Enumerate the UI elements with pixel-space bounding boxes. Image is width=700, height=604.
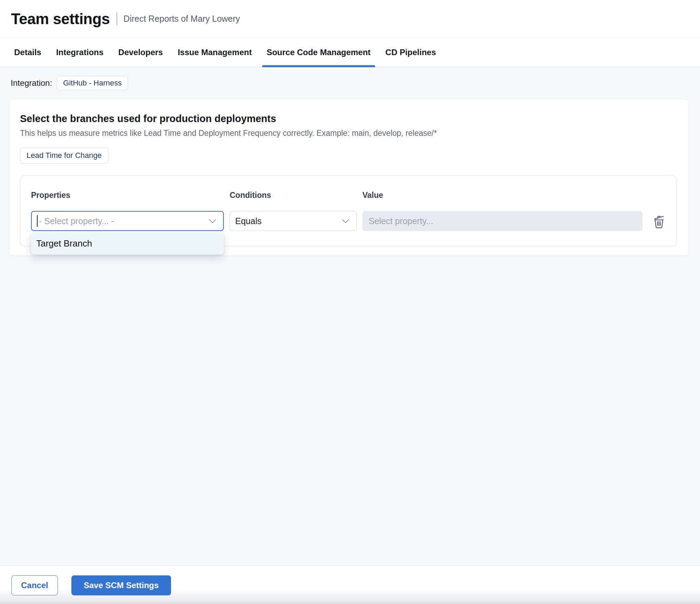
property-select[interactable]: - Select property... -: [31, 211, 224, 231]
page-title: Team settings: [11, 10, 110, 28]
properties-label: Properties: [31, 191, 224, 200]
page-header: Team settings Direct Reports of Mary Low…: [0, 0, 700, 38]
delete-rule-button[interactable]: [651, 213, 667, 230]
cancel-button[interactable]: Cancel: [11, 575, 58, 595]
integration-row: Integration: GitHub - Harness: [11, 76, 128, 90]
tab-developers[interactable]: Developers: [114, 38, 167, 67]
save-scm-settings-button[interactable]: Save SCM Settings: [71, 575, 171, 595]
tab-bar: Details Integrations Developers Issue Ma…: [0, 38, 700, 67]
dropdown-option-target-branch[interactable]: Target Branch: [31, 232, 224, 254]
team-settings-page: Team settings Direct Reports of Mary Low…: [0, 0, 700, 604]
title-divider: [117, 13, 117, 25]
tab-integrations[interactable]: Integrations: [52, 38, 108, 67]
value-input[interactable]: [362, 211, 642, 231]
condition-select-value: Equals: [235, 216, 261, 226]
text-cursor: [37, 215, 38, 227]
chevron-down-icon: [342, 219, 349, 223]
chevron-down-icon: [209, 219, 216, 223]
branch-rule-box: Properties - Select property... - Target…: [20, 175, 677, 246]
conditions-column: Conditions Equals: [230, 191, 357, 231]
conditions-label: Conditions: [230, 191, 357, 200]
integration-chip[interactable]: GitHub - Harness: [57, 76, 128, 90]
card-description: This helps us measure metrics like Lead …: [20, 129, 678, 138]
properties-column: Properties - Select property... - Target…: [31, 191, 224, 231]
tab-issue-management[interactable]: Issue Management: [173, 38, 256, 67]
scm-settings-card: Select the branches used for production …: [9, 99, 689, 256]
footer-bar: Cancel Save SCM Settings: [0, 565, 700, 604]
property-dropdown: Target Branch: [31, 232, 224, 254]
integration-label: Integration:: [11, 78, 52, 88]
page-subtitle: Direct Reports of Mary Lowery: [123, 14, 240, 24]
value-column: Value: [362, 191, 642, 231]
lead-time-chip[interactable]: Lead Time for Change: [20, 148, 108, 163]
rule-row: Properties - Select property... - Target…: [31, 191, 676, 231]
tab-details[interactable]: Details: [10, 38, 46, 67]
card-heading: Select the branches used for production …: [20, 113, 678, 124]
value-label: Value: [362, 191, 642, 200]
property-select-placeholder: - Select property... -: [39, 216, 114, 226]
condition-select[interactable]: Equals: [230, 211, 357, 231]
tab-source-code-management[interactable]: Source Code Management: [262, 38, 375, 67]
tab-cd-pipelines[interactable]: CD Pipelines: [381, 38, 441, 67]
trash-icon: [652, 214, 666, 230]
